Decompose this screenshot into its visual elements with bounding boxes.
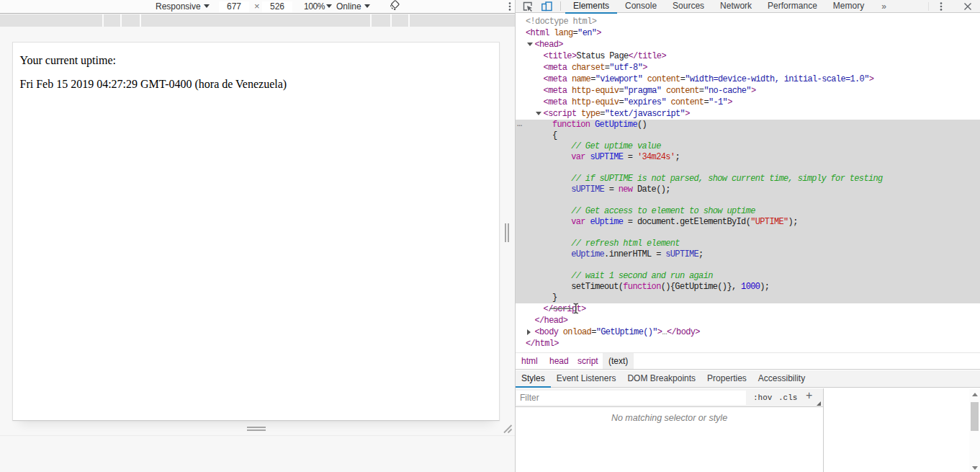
devtools-tab-console[interactable]: Console xyxy=(617,0,665,13)
viewport-resize-handle-corner[interactable] xyxy=(503,424,513,434)
code-token-v2: sUPTIME xyxy=(665,249,698,259)
zoom-dropdown[interactable]: 100% xyxy=(304,1,332,12)
handle-bar xyxy=(508,223,509,242)
dom-tree-node[interactable]: <meta name="viewport" content="width=dev… xyxy=(516,74,980,85)
script-code-line: function GetUptime() xyxy=(516,120,980,130)
code-token-cmt: // refresh html element xyxy=(571,239,680,249)
styles-filter-input[interactable] xyxy=(516,391,746,405)
device-toolbar-menu-icon[interactable] xyxy=(507,1,513,14)
element-classes-button[interactable]: .cls xyxy=(778,391,797,404)
code-token-cmt: // Get access to element to show uptime xyxy=(571,206,755,216)
code-token-tag: <body xyxy=(535,327,559,337)
code-token-tag: > xyxy=(596,28,601,38)
expanded-arrow-icon[interactable] xyxy=(527,43,533,46)
script-code-line: var sUPTIME = '34m24s'; xyxy=(516,152,980,163)
code-token-pl: ; xyxy=(675,152,680,162)
rotate-icon[interactable] xyxy=(389,0,400,14)
dom-tree-node[interactable]: <html lang="en"> xyxy=(516,27,980,39)
more-tabs-icon[interactable]: » xyxy=(878,1,889,12)
scrollbar-down-icon[interactable] xyxy=(972,466,978,470)
inspect-element-icon[interactable] xyxy=(522,1,534,12)
elements-tree[interactable]: <!doctype html><html lang="en"><head><ti… xyxy=(516,13,980,349)
device-toolbar: Responsive 677 × 526 100% Online xyxy=(0,0,515,14)
code-token-pl xyxy=(552,141,571,151)
dom-tree-node[interactable]: </html> xyxy=(516,338,980,349)
breadcrumb-item[interactable]: script xyxy=(572,353,604,369)
toggle-device-toolbar-icon[interactable] xyxy=(541,1,552,12)
code-token-tag: > xyxy=(751,86,756,96)
scrollbar[interactable] xyxy=(969,388,980,472)
code-token-pl: (){GetUptime()}, xyxy=(661,282,741,292)
code-token-tag: </title> xyxy=(629,51,666,61)
scrollbar-up-icon[interactable] xyxy=(972,393,978,396)
devtools-tab-network[interactable]: Network xyxy=(712,0,760,13)
code-token-attr: onload xyxy=(558,327,591,337)
code-token-tag: <meta xyxy=(544,86,567,96)
dom-tree-node[interactable]: <!doctype html> xyxy=(516,16,980,27)
selected-text-node[interactable]: …function GetUptime(){ // Get uptime val… xyxy=(516,120,980,303)
dom-tree-node[interactable]: <body onload="GetUptime()">…</body> xyxy=(516,326,980,338)
dom-tree-node[interactable]: <script type="text/javascript"> xyxy=(516,108,980,120)
code-token-kw: function xyxy=(623,282,660,292)
code-token-pl xyxy=(552,271,571,281)
viewport-width-input[interactable]: 677 xyxy=(219,1,249,12)
toggle-element-state-button[interactable]: :hov xyxy=(753,391,772,404)
close-devtools-icon[interactable] xyxy=(962,1,974,12)
dom-tree-node[interactable]: <meta http-equiv="expires" content="-1"> xyxy=(516,97,980,108)
code-token-tag: > xyxy=(642,63,647,73)
devtools-tab-memory[interactable]: Memory xyxy=(825,0,872,13)
code-token-cmt: // if sUPTIME is not parsed, show curren… xyxy=(571,174,882,184)
devtools-tab-performance[interactable]: Performance xyxy=(760,0,825,13)
code-token-tag: <html xyxy=(526,28,549,38)
script-code-line: sUPTIME = new Date(); xyxy=(516,184,980,195)
preset-divider xyxy=(370,14,372,27)
code-token-kw: new xyxy=(619,184,633,195)
breadcrumb-item[interactable]: (text) xyxy=(603,353,634,369)
script-code-line xyxy=(516,195,980,206)
styles-pane: :hov .cls + No matching selector or styl… xyxy=(516,388,980,472)
script-code-line: // wait 1 second and run again xyxy=(516,271,980,282)
viewport-resize-handle-right[interactable] xyxy=(505,223,510,242)
code-token-pl xyxy=(552,249,571,259)
collapsed-arrow-icon[interactable] xyxy=(527,329,531,335)
code-token-attr: content xyxy=(642,74,680,84)
new-style-rule-button[interactable]: + xyxy=(806,389,812,402)
sidebar-tab-styles[interactable]: Styles xyxy=(516,370,551,388)
sidebar-tab-dom-breakpoints[interactable]: DOM Breakpoints xyxy=(621,370,701,388)
devtools-tab-elements[interactable]: Elements xyxy=(565,0,617,13)
code-token-pl: ; xyxy=(698,249,703,259)
styles-pane-left-column: :hov .cls + No matching selector or styl… xyxy=(516,388,823,472)
sidebar-tab-event-listeners[interactable]: Event Listeners xyxy=(551,370,622,388)
devtools-tab-sources[interactable]: Sources xyxy=(665,0,712,13)
breadcrumb-item[interactable]: head xyxy=(544,353,575,369)
dom-tree-node[interactable]: <title>Status Page</title> xyxy=(516,50,980,62)
viewport-height-input[interactable]: 526 xyxy=(262,1,292,12)
dom-tree-node[interactable]: <meta charset="utf-8"> xyxy=(516,62,980,74)
code-token-pl xyxy=(552,217,571,227)
sidebar-tab-accessibility[interactable]: Accessibility xyxy=(752,370,811,388)
viewport-resize-handle-bottom[interactable] xyxy=(247,427,266,432)
dom-tree-node[interactable]: </script> xyxy=(516,303,980,315)
code-token-attr: http-equiv xyxy=(567,86,619,96)
preset-divider xyxy=(390,14,392,27)
code-token-str: "GetUptime()" xyxy=(596,327,657,337)
code-token-pl: setTimeout( xyxy=(552,282,623,292)
sidebar-tab-properties[interactable]: Properties xyxy=(701,370,752,388)
dom-tree-node[interactable]: <head> xyxy=(516,39,980,50)
code-token-txt: Status Page xyxy=(576,51,628,61)
code-token-pl: ); xyxy=(760,282,769,292)
zoom-level-label: 100% xyxy=(304,1,325,12)
device-type-dropdown[interactable]: Responsive xyxy=(156,1,210,12)
expanded-arrow-icon[interactable] xyxy=(536,112,541,115)
scrollbar-thumb[interactable] xyxy=(971,402,979,431)
toolbar-separator xyxy=(560,1,561,11)
dom-tree-node[interactable]: <meta http-equiv="pragma" content="no-ca… xyxy=(516,85,980,97)
code-token-pl: ); xyxy=(788,217,798,227)
code-token-str: "expires" xyxy=(624,97,666,107)
dom-tree-node[interactable]: </head> xyxy=(516,315,980,326)
breadcrumb-item[interactable]: html xyxy=(516,353,544,369)
width-presets-bar[interactable] xyxy=(0,14,515,27)
throttling-dropdown[interactable]: Online xyxy=(336,1,370,12)
device-emulation-pane: Responsive 677 × 526 100% Online xyxy=(0,0,515,472)
code-token-tag: </script> xyxy=(544,304,586,314)
